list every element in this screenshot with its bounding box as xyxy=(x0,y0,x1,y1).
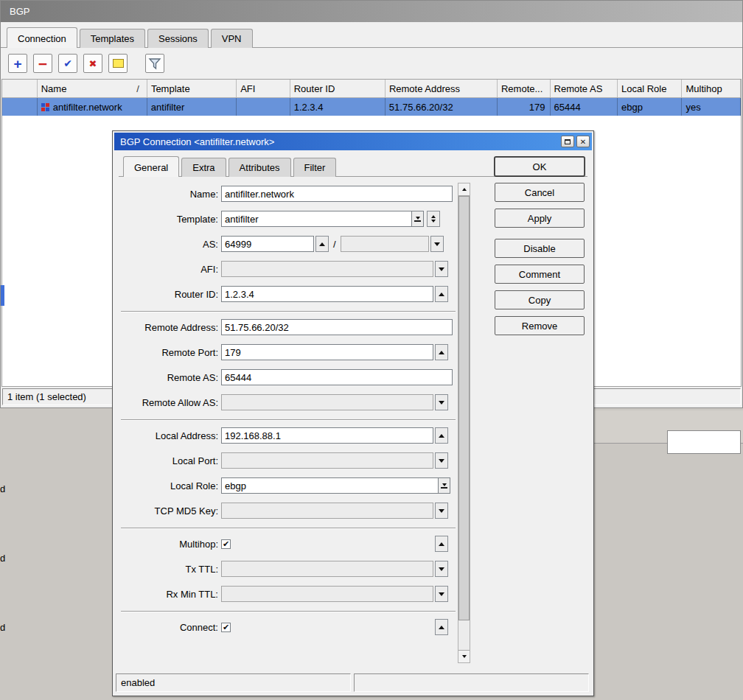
template-input[interactable] xyxy=(221,211,411,227)
comment-button-dialog[interactable]: Comment xyxy=(495,265,585,284)
row-remote-port-cell: 179 xyxy=(498,98,551,116)
remote-allow-as-expand-button[interactable] xyxy=(435,394,448,410)
row-template-cell: antifilter xyxy=(147,98,237,116)
disable-icon: ✖ xyxy=(89,58,97,69)
local-address-collapse-button[interactable] xyxy=(435,427,448,444)
dialog-form: Name: Template: AS: / AFI: Router ID: xyxy=(115,180,463,644)
row-router-id-cell: 1.2.3.4 xyxy=(290,98,386,116)
dialog-titlebar[interactable]: BGP Connection <antifilter.network> ✕ xyxy=(114,133,592,150)
tab-connection[interactable]: Connection xyxy=(7,27,77,48)
field-connect: Connect: ✔ xyxy=(115,619,463,635)
tab-extra[interactable]: Extra xyxy=(181,158,226,177)
remote-as-label: Remote AS: xyxy=(118,372,218,383)
cancel-button[interactable]: Cancel xyxy=(495,183,585,202)
column-multihop[interactable]: Multihop xyxy=(682,80,741,97)
down-arrow-icon xyxy=(439,459,444,463)
maximize-button[interactable] xyxy=(561,136,574,147)
column-afi[interactable]: AFI xyxy=(237,80,290,97)
remote-address-input[interactable] xyxy=(221,319,453,335)
afi-input xyxy=(221,261,433,277)
router-id-input[interactable] xyxy=(221,286,433,302)
template-dropdown-button[interactable] xyxy=(411,211,424,227)
column-local-role[interactable]: Local Role xyxy=(618,80,682,97)
remote-port-collapse-button[interactable] xyxy=(435,344,448,360)
tab-general[interactable]: General xyxy=(123,156,179,177)
column-name[interactable]: Name/ xyxy=(38,80,147,97)
remove-button-dialog[interactable]: Remove xyxy=(495,316,585,335)
group-separator xyxy=(121,611,456,612)
table-row[interactable]: antifilter.network antifilter 1.2.3.4 51… xyxy=(2,98,741,116)
add-button[interactable]: + xyxy=(8,54,27,73)
tab-filter[interactable]: Filter xyxy=(293,158,337,177)
rx-min-ttl-input xyxy=(221,586,433,602)
field-local-role: Local Role: xyxy=(115,477,463,494)
local-address-input[interactable] xyxy=(221,427,433,444)
column-flags[interactable] xyxy=(2,80,38,97)
connect-checkbox[interactable]: ✔ xyxy=(221,623,231,632)
bgp-window-tabbar: Connection Templates Sessions VPN xyxy=(1,22,742,48)
scrollbar-thumb[interactable] xyxy=(458,196,470,620)
multihop-checkbox[interactable]: ✔ xyxy=(221,539,231,549)
name-input[interactable] xyxy=(221,186,453,202)
column-remote-port[interactable]: Remote... xyxy=(498,80,551,97)
tab-vpn[interactable]: VPN xyxy=(211,29,253,48)
tx-ttl-expand-button[interactable] xyxy=(435,561,448,577)
as-collapse-button[interactable] xyxy=(315,236,329,252)
scrollbar-up-button[interactable] xyxy=(458,183,470,196)
tcp-md5-key-expand-button[interactable] xyxy=(435,503,448,519)
up-arrow-icon xyxy=(439,351,444,354)
maximize-icon xyxy=(565,139,571,144)
row-multihop-cell: yes xyxy=(682,98,741,116)
remove-button[interactable]: − xyxy=(33,54,52,73)
template-updown-button[interactable] xyxy=(427,211,440,227)
group-separator xyxy=(121,528,456,529)
filter-icon xyxy=(148,57,161,70)
dialog-statusbar: enabled xyxy=(116,673,589,692)
column-remote-as[interactable]: Remote AS xyxy=(551,80,618,97)
router-id-collapse-button[interactable] xyxy=(435,286,448,302)
disable-button[interactable]: ✖ xyxy=(83,54,102,73)
as-input[interactable] xyxy=(221,236,314,252)
sort-ascending-icon: / xyxy=(136,83,139,94)
connect-collapse-button[interactable] xyxy=(435,619,448,635)
tab-templates[interactable]: Templates xyxy=(80,29,145,48)
bgp-connection-icon xyxy=(41,103,49,111)
field-as: AS: / xyxy=(115,236,463,252)
local-port-expand-button[interactable] xyxy=(435,452,448,469)
background-artifact xyxy=(1,285,4,306)
up-arrow-icon xyxy=(319,242,325,246)
tab-attributes[interactable]: Attributes xyxy=(229,158,291,177)
row-remote-address-cell: 51.75.66.20/32 xyxy=(386,98,498,116)
field-remote-allow-as: Remote Allow AS: xyxy=(115,394,463,410)
down-arrow-icon xyxy=(439,267,444,271)
local-role-input[interactable] xyxy=(221,477,438,494)
rx-min-ttl-expand-button[interactable] xyxy=(435,586,448,602)
remote-as-input[interactable] xyxy=(221,369,453,385)
copy-button[interactable]: Copy xyxy=(495,290,585,309)
ok-button[interactable]: OK xyxy=(495,157,585,176)
multihop-label: Multihop: xyxy=(118,539,218,550)
tab-sessions[interactable]: Sessions xyxy=(147,29,209,48)
disable-button-dialog[interactable]: Disable xyxy=(495,239,585,258)
column-remote-address[interactable]: Remote Address xyxy=(386,80,498,97)
scrollbar-down-button[interactable] xyxy=(458,650,470,662)
close-button[interactable]: ✕ xyxy=(576,136,590,147)
up-arrow-icon xyxy=(431,215,436,218)
tx-ttl-label: Tx TTL: xyxy=(118,564,218,575)
bgp-window-titlebar[interactable]: BGP xyxy=(1,1,742,22)
filter-button[interactable] xyxy=(145,54,164,73)
comment-button[interactable] xyxy=(108,54,128,73)
afi-expand-button[interactable] xyxy=(435,261,448,277)
column-router-id[interactable]: Router ID xyxy=(290,80,386,97)
form-scrollbar[interactable] xyxy=(458,183,470,663)
comment-icon xyxy=(113,59,124,68)
template-label: Template: xyxy=(118,214,218,225)
remote-port-input[interactable] xyxy=(221,344,433,360)
as-secondary-expand-button[interactable] xyxy=(430,236,444,252)
column-template[interactable]: Template xyxy=(147,80,237,97)
multihop-collapse-button[interactable] xyxy=(435,536,448,552)
enable-button[interactable]: ✔ xyxy=(58,54,77,73)
field-template: Template: xyxy=(115,211,463,227)
local-role-dropdown-button[interactable] xyxy=(438,477,450,494)
apply-button[interactable]: Apply xyxy=(495,209,585,228)
